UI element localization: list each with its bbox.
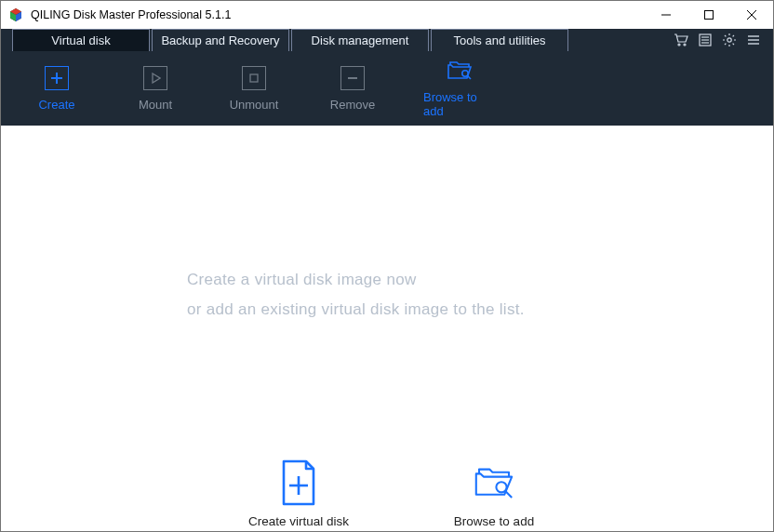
svg-point-14 (727, 38, 731, 42)
empty-state-message: Create a virtual disk image now or add a… (187, 265, 615, 326)
action-browse-to-add[interactable]: Browse to add (438, 460, 550, 530)
minus-icon (340, 66, 365, 90)
tab-label: Tools and utilities (454, 33, 546, 47)
action-create-virtual-disk[interactable]: Create virtual disk (243, 460, 354, 530)
message-line-1: Create a virtual disk image now (187, 265, 615, 295)
header-icon-bar (673, 29, 773, 51)
toolbar-label: Unmount (230, 98, 279, 112)
app-icon (8, 7, 23, 22)
maximize-button[interactable] (687, 1, 730, 29)
toolbar-mount[interactable]: Mount (127, 66, 183, 112)
svg-marker-20 (153, 73, 160, 83)
window-title: QILING Disk Master Professional 5.1.1 (31, 8, 231, 21)
action-label: Create virtual disk (248, 514, 349, 530)
svg-point-23 (462, 71, 468, 76)
list-icon[interactable] (697, 32, 714, 48)
toolbar: Create Mount Unmount Remove (1, 51, 773, 126)
play-icon (143, 66, 167, 90)
gear-icon[interactable] (721, 32, 738, 48)
minimize-button[interactable] (645, 1, 687, 29)
plus-icon (45, 66, 69, 90)
toolbar-remove[interactable]: Remove (325, 66, 380, 112)
action-label: Browse to add (454, 514, 534, 530)
tab-label: Disk management (312, 33, 409, 47)
empty-state-actions: Create virtual disk Browse to add (243, 460, 550, 530)
toolbar-label: Browse to add (423, 90, 498, 118)
titlebar: QILING Disk Master Professional 5.1.1 (1, 1, 773, 29)
menu-icon[interactable] (745, 32, 762, 48)
add-document-icon (276, 460, 321, 505)
svg-point-27 (496, 482, 506, 492)
close-button[interactable] (730, 1, 773, 29)
toolbar-unmount[interactable]: Unmount (226, 66, 282, 112)
main-content: Create a virtual disk image now or add a… (1, 126, 773, 531)
toolbar-create[interactable]: Create (29, 66, 85, 112)
cart-icon[interactable] (673, 32, 689, 48)
tab-label: Virtual disk (51, 33, 110, 47)
svg-line-28 (505, 491, 512, 498)
stop-icon (242, 66, 266, 90)
folder-search-icon (446, 59, 475, 83)
message-line-2: or add an existing virtual disk image to… (187, 295, 615, 325)
tab-disk-management[interactable]: Disk management (291, 29, 429, 51)
tab-tools-utilities[interactable]: Tools and utilities (431, 29, 568, 51)
tab-virtual-disk[interactable]: Virtual disk (12, 29, 150, 51)
toolbar-browse-to-add[interactable]: Browse to add (423, 59, 498, 118)
svg-rect-5 (705, 11, 714, 20)
svg-rect-21 (250, 74, 258, 82)
folder-search-icon (472, 460, 516, 505)
header-dark: Virtual disk Backup and Recovery Disk ma… (1, 29, 773, 126)
tab-label: Backup and Recovery (161, 33, 279, 47)
toolbar-label: Create (38, 98, 74, 112)
tab-backup-recovery[interactable]: Backup and Recovery (152, 29, 289, 51)
toolbar-label: Remove (330, 98, 375, 112)
svg-point-8 (678, 44, 680, 46)
tab-bar: Virtual disk Backup and Recovery Disk ma… (1, 29, 773, 51)
app-window: QILING Disk Master Professional 5.1.1 Vi… (0, 0, 774, 532)
toolbar-label: Mount (139, 98, 172, 112)
svg-point-9 (684, 44, 686, 46)
